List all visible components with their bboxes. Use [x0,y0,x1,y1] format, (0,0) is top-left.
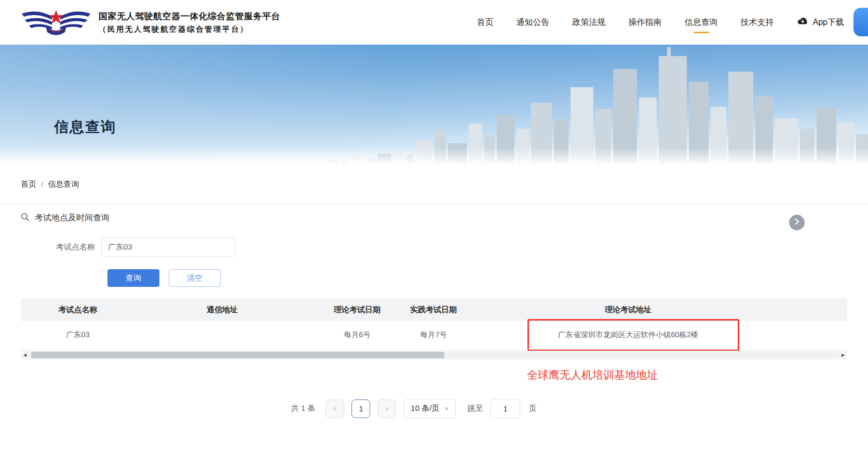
table-cell: 广东03 [21,321,135,349]
prev-page-button[interactable]: ‹ [326,399,344,418]
app-download-button[interactable]: App下载 [797,17,844,28]
next-page-button[interactable]: › [377,399,396,418]
exam-table: 考试点名称通信地址理论考试日期实践考试日期理论考试地址 广东03每月6号每月7号… [21,298,847,350]
platform-title-line1: 国家无人驾驶航空器一体化综合监管服务平台 [99,10,280,22]
hero-bottom-fade [0,147,868,165]
chevron-right-icon [794,218,800,227]
query-button[interactable]: 查询 [107,269,159,287]
table-row: 广东03每月6号每月7号广东省深圳市龙岗区大运软件小镇60栋2楼 [21,321,847,349]
breadcrumb-separator: / [41,180,43,189]
nav-item-信息查询[interactable]: 信息查询 [685,12,718,33]
breadcrumb-current: 信息查询 [48,179,79,189]
scroll-left-arrow-icon[interactable]: ◀ [21,351,29,359]
column-header: 理论考试日期 [309,298,405,321]
jump-to-label: 跳至 [467,404,483,413]
exam-site-name-label: 考试点名称 [21,242,101,252]
table-cell: 每月6号 [309,321,405,349]
chevron-right-icon: › [385,403,388,414]
table-header-row: 考试点名称通信地址理论考试日期实践考试日期理论考试地址 [21,298,847,321]
scroll-right-arrow-icon[interactable]: ▶ [839,351,847,359]
exam-site-name-input[interactable] [101,237,235,257]
panel-collapse-next-button[interactable] [789,215,805,230]
caac-wings-icon [21,6,91,38]
search-panel-header: 考试地点及时间查询 [21,213,847,224]
column-header: 实践考试日期 [405,298,462,321]
scrollbar-thumb[interactable] [31,352,444,358]
nav-item-政策法规[interactable]: 政策法规 [573,12,606,33]
main-content: 考试地点及时间查询 考试点名称 查询 清空 考试点名称通信地址理论考试日期实践考… [0,213,868,419]
pagination: 共 1 条 ‹ 1 › 10 条/页 ∨ 跳至 页 [21,399,807,419]
horizontal-scrollbar: ◀ ▶ [21,351,847,359]
platform-logo[interactable]: 国家无人驾驶航空器一体化综合监管服务平台 （民用无人驾驶航空器综合管理平台） [21,6,280,38]
page-title: 信息查询 [54,117,116,137]
jump-page-input[interactable] [490,399,520,419]
search-icon [21,213,30,224]
page-size-value: 10 条/页 [411,404,439,413]
column-header [794,298,847,321]
scrollbar-track[interactable] [29,351,839,359]
caret-down-icon: ∨ [444,405,449,412]
edge-login-button-sliver[interactable] [853,8,868,36]
table-cell [135,321,309,349]
page-size-select[interactable]: 10 条/页 ∨ [403,399,456,419]
nav-item-通知公告[interactable]: 通知公告 [517,12,550,33]
form-buttons-row: 查询 清空 [21,269,847,287]
exam-site-form-row: 考试点名称 [21,237,847,257]
table-cell: 广东省深圳市龙岗区大运软件小镇60栋2楼 [462,321,794,349]
nav-item-操作指南[interactable]: 操作指南 [629,12,662,33]
top-header: 国家无人驾驶航空器一体化综合监管服务平台 （民用无人驾驶航空器综合管理平台） 首… [0,0,868,45]
table-cell [794,321,847,349]
nav-item-首页[interactable]: 首页 [477,12,494,33]
cloud-download-icon [797,17,809,28]
clear-button[interactable]: 清空 [169,269,221,287]
annotation-text: 全球鹰无人机培训基地地址 [527,368,847,382]
search-panel-title: 考试地点及时间查询 [35,213,110,224]
nav-item-技术支持[interactable]: 技术支持 [741,12,774,33]
column-header: 通信地址 [135,298,309,321]
column-header: 理论考试地址 [462,298,794,321]
breadcrumb: 首页 / 信息查询 [0,165,868,204]
app-download-label: App下载 [813,17,844,28]
main-nav: 首页通知公告政策法规操作指南信息查询技术支持 [477,12,774,33]
chevron-left-icon: ‹ [333,403,336,414]
page-number-button[interactable]: 1 [351,399,370,418]
table-cell: 每月7号 [405,321,462,349]
hero-banner: 信息查询 [0,45,868,165]
breadcrumb-home-link[interactable]: 首页 [21,179,36,189]
column-header: 考试点名称 [21,298,135,321]
exam-table-wrap: 考试点名称通信地址理论考试日期实践考试日期理论考试地址 广东03每月6号每月7号… [21,298,847,350]
platform-title-line2: （民用无人驾驶航空器综合管理平台） [99,24,280,34]
total-count-label: 共 1 条 [291,404,316,413]
platform-title: 国家无人驾驶航空器一体化综合监管服务平台 （民用无人驾驶航空器综合管理平台） [99,10,280,34]
page-unit-label: 页 [528,404,536,413]
